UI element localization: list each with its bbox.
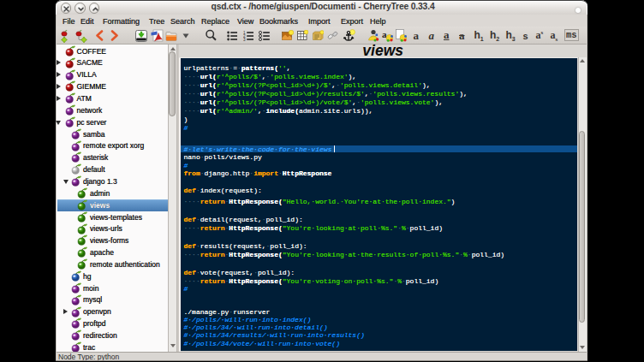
svg-text:3: 3 (243, 38, 246, 41)
